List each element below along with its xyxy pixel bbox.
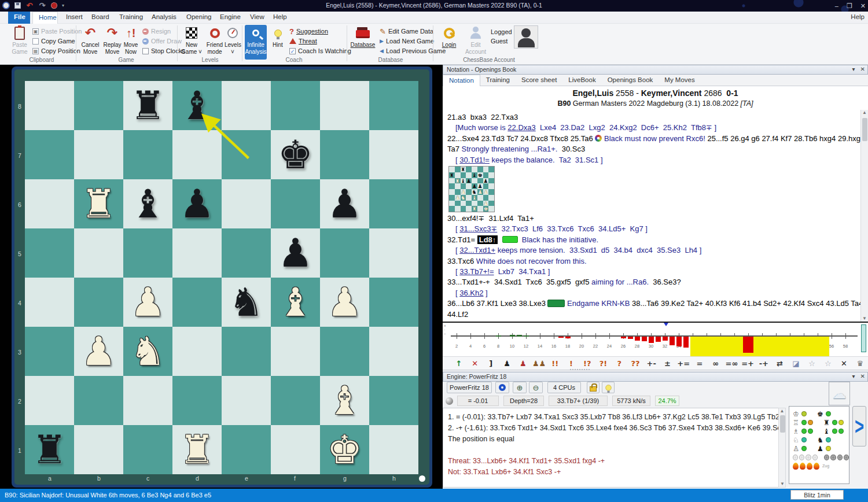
minimize-button[interactable]: – <box>835 2 838 9</box>
board-square[interactable] <box>123 376 172 425</box>
board-square[interactable] <box>222 179 271 228</box>
chess-piece-wn[interactable]: ♞ <box>123 327 172 376</box>
board-square[interactable] <box>222 425 271 474</box>
friend-mode-button[interactable]: Friendmode <box>204 25 226 55</box>
annotation-symbol-button[interactable]: =+ <box>740 359 756 368</box>
notation-panel-header[interactable]: Notation - Openings Book ▾ ✕ <box>443 65 868 75</box>
move-text[interactable]: 22.Dxa3 <box>507 123 535 132</box>
board-square[interactable] <box>25 376 74 425</box>
board-square[interactable] <box>222 81 271 130</box>
annotation-symbol-button[interactable]: ⇄ <box>772 359 788 368</box>
annotation-symbol-button[interactable]: ♛ <box>852 359 868 368</box>
board-square[interactable] <box>25 327 74 376</box>
annotation-symbol-button[interactable]: ◪ <box>788 359 804 368</box>
move-text[interactable]: 21.a3 bxa3 22.Txa3 <box>447 113 518 121</box>
move-text[interactable]: 36.Se3? <box>649 278 681 286</box>
cpus-button[interactable]: 4 CPUs <box>547 382 581 393</box>
annotation-symbol-button[interactable]: ?! <box>595 359 612 368</box>
annotation-text[interactable]: keeps more tension. 33.Sxd1 d5 34.b4 dxc… <box>495 246 701 254</box>
annotation-symbol-button[interactable]: ! <box>563 359 579 368</box>
move-text[interactable]: Ta7 <box>447 145 462 153</box>
cancel-move-button[interactable]: ↶ CancelMove <box>79 25 102 55</box>
annotation-text[interactable]: Strongly threatening ...Ra1+. <box>462 145 558 153</box>
board-square[interactable] <box>123 228 172 278</box>
engine-onoff-button[interactable] <box>495 382 509 393</box>
chess-piece-bp[interactable]: ♟ <box>172 179 222 228</box>
new-game-button[interactable]: NewGame ˅ <box>179 25 204 55</box>
edit-account-button[interactable]: EditAccount <box>463 25 488 55</box>
paste-position-button[interactable]: ▣Paste Position <box>32 27 82 35</box>
board-square[interactable] <box>271 179 320 228</box>
move-now-button[interactable]: ↑! MoveNow <box>122 25 140 55</box>
help-link[interactable]: Help <box>851 13 865 20</box>
annotation-text[interactable]: [Much worse is <box>455 123 507 132</box>
board-square[interactable] <box>123 130 172 179</box>
suggestion-button[interactable]: ?Suggestion <box>289 27 328 35</box>
tab-training-notation[interactable]: Training <box>480 75 516 86</box>
tab-opening[interactable]: Opening <box>181 12 217 24</box>
board-square[interactable] <box>222 130 271 179</box>
copy-game-button[interactable]: Copy Game <box>32 37 75 45</box>
annotation-symbol-button[interactable]: !! <box>547 359 563 368</box>
tab-home[interactable]: Home <box>32 12 58 24</box>
board-square[interactable] <box>369 228 418 278</box>
scroll-up-icon[interactable]: ▲ <box>862 110 867 115</box>
move-text[interactable]: 33.Txc6 <box>447 257 476 265</box>
board-square[interactable] <box>222 376 271 425</box>
annotation-text[interactable]: White does not recover from this. <box>476 257 587 265</box>
replay-move-button[interactable]: ↷ ReplayMove <box>101 25 124 55</box>
coach-watching-checkbox-icon[interactable]: ✓ <box>289 48 296 54</box>
annotation-symbol-button[interactable]: =∞ <box>723 359 740 368</box>
annotation-symbol-button[interactable]: ☆ <box>820 359 836 368</box>
annotation-symbol-button[interactable]: = <box>692 359 708 368</box>
move-text[interactable]: 38...Ta6 39.Ke2 Ta2+ 40.Kf3 Kf6 41.b4 Sd… <box>632 299 860 308</box>
chess-piece-bb[interactable]: ♝ <box>123 179 172 228</box>
board-square[interactable] <box>25 130 74 179</box>
move-text[interactable]: 30.Sc3 <box>557 145 585 153</box>
annotation-symbol-button[interactable]: ? <box>611 359 627 368</box>
annotation-symbol-button[interactable]: !? <box>579 359 595 368</box>
remove-line-button[interactable]: ⊖ <box>529 382 543 393</box>
load-next-game-button[interactable]: ▶Load Next Game <box>380 37 434 45</box>
login-button[interactable]: Login <box>436 25 462 49</box>
engine-scrollbar[interactable]: ▲ ▼ <box>778 408 786 488</box>
board-square[interactable] <box>369 179 418 228</box>
board-square[interactable] <box>172 376 222 425</box>
chess-piece-wb[interactable]: ♝ <box>320 376 369 425</box>
board-square[interactable] <box>369 425 418 474</box>
board-square[interactable] <box>172 327 222 376</box>
notation-moves-area[interactable]: 21.a3 bxa3 22.Txa3[Much worse is 22.Dxa3… <box>443 110 860 322</box>
chess-piece-bp[interactable]: ♟ <box>320 179 369 228</box>
move-text[interactable]: 33...Txd1+-+ 34.Sxd1 Txc6 35.gxf5 gxf5 <box>447 278 591 286</box>
database-button[interactable]: Database <box>350 25 376 49</box>
board-square[interactable] <box>271 376 320 425</box>
eval-scrollbar-thumb[interactable] <box>861 324 866 352</box>
annotation-symbol-button[interactable]: ♟ <box>515 359 531 368</box>
board-square[interactable] <box>74 425 123 474</box>
annotation-symbol-button[interactable]: ♟♟ <box>531 359 547 368</box>
board-square[interactable] <box>369 376 418 425</box>
annotation-text[interactable]: Lxb7 34.Txa1 ] <box>494 267 550 276</box>
board-square[interactable] <box>172 228 222 278</box>
infinite-analysis-button[interactable]: InfiniteAnalysis <box>245 25 267 60</box>
move-text[interactable]: 31...Sxc3∓ <box>459 224 497 233</box>
levels-button[interactable]: Levels˅ <box>225 25 241 55</box>
hint-button[interactable]: Hint <box>269 25 287 49</box>
tab-score-sheet[interactable]: Score sheet <box>516 75 562 86</box>
tab-file[interactable]: File <box>8 12 30 24</box>
move-text[interactable]: 30...exf4!∓ 31.Lxf4 Ta1+ <box>447 214 534 223</box>
engine-scroll-down-icon[interactable]: ▼ <box>780 481 785 486</box>
stop-clocks-checkbox[interactable]: Stop Clocks <box>142 47 185 55</box>
chess-piece-bn[interactable]: ♞ <box>222 278 271 327</box>
stop-clocks-checkbox-icon[interactable] <box>142 48 149 54</box>
lock-button[interactable] <box>587 382 599 393</box>
annotation-text[interactable]: 32.Txc3 Lf6 33.Txc6 Txc6 34.Ld5+ Kg7 ] <box>497 224 648 233</box>
board-square[interactable] <box>320 130 369 179</box>
chess-piece-bk[interactable]: ♚ <box>271 130 320 179</box>
move-text[interactable]: 32.Td1= <box>447 235 477 244</box>
resign-button[interactable]: Resign <box>142 27 171 35</box>
annotation-symbol-button[interactable]: ± <box>660 359 676 368</box>
annotation-symbol-button[interactable]: ✕ <box>836 359 852 368</box>
board-square[interactable] <box>25 278 74 327</box>
chess-piece-wp[interactable]: ♟ <box>74 327 123 376</box>
